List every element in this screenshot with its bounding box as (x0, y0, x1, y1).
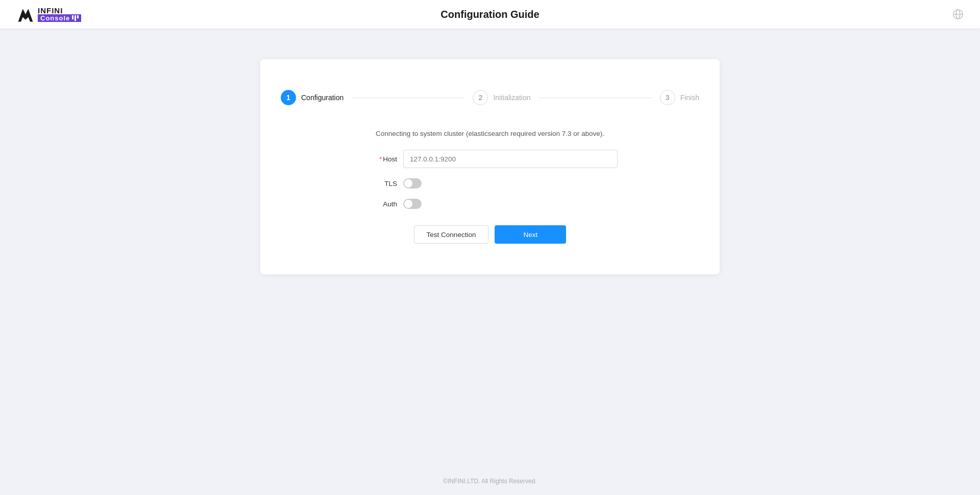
auth-label: Auth (362, 200, 403, 208)
step-1-circle: 1 (281, 90, 296, 105)
tls-row: TLS (362, 178, 618, 188)
tls-toggle[interactable] (403, 178, 422, 188)
tls-slider (403, 178, 422, 188)
footer-copyright: ©INFINI.LTD. All Rights Reserved. (443, 478, 536, 485)
tls-label: TLS (362, 180, 403, 187)
auth-row: Auth (362, 199, 618, 209)
next-button[interactable]: Next (495, 225, 566, 244)
required-star: * (379, 155, 382, 163)
step-2-label: Initialization (493, 93, 530, 102)
step-3: 3 Finish (660, 90, 699, 105)
logo-text: INFINI Console (38, 7, 81, 22)
host-label: *Host (362, 155, 403, 163)
auth-slider (403, 199, 422, 209)
step-1-label: Configuration (301, 93, 344, 102)
host-input[interactable] (403, 150, 618, 168)
auth-toggle[interactable] (403, 199, 422, 209)
button-row: Test Connection Next (362, 225, 618, 244)
step-2: 2 Initialization (473, 90, 530, 105)
steps-bar: 1 Configuration 2 Initialization 3 Finis… (281, 90, 699, 105)
step-3-label: Finish (680, 93, 699, 102)
form-area: Connecting to system cluster (elasticsea… (362, 130, 618, 244)
logo: INFINI Console (16, 5, 81, 23)
step-3-circle: 3 (660, 90, 675, 105)
header: INFINI Console Configuration Guide (0, 0, 980, 29)
logo-infini-label: INFINI (38, 7, 81, 14)
logo-icon (16, 5, 35, 23)
config-card: 1 Configuration 2 Initialization 3 Finis… (260, 59, 720, 274)
logo-console-label: Console (38, 14, 81, 22)
step-line-1 (352, 98, 464, 98)
test-connection-button[interactable]: Test Connection (414, 225, 489, 244)
tls-toggle-wrapper (403, 178, 422, 188)
step-2-circle: 2 (473, 90, 488, 105)
logo-bars (72, 15, 79, 21)
header-right (952, 9, 964, 20)
main-content: 1 Configuration 2 Initialization 3 Finis… (0, 29, 980, 467)
host-row: *Host (362, 150, 618, 168)
page-title: Configuration Guide (440, 9, 539, 20)
auth-toggle-wrapper (403, 199, 422, 209)
step-1: 1 Configuration (281, 90, 344, 105)
globe-icon[interactable] (952, 9, 964, 20)
form-description: Connecting to system cluster (elasticsea… (362, 130, 618, 137)
footer: ©INFINI.LTD. All Rights Reserved. (0, 467, 980, 495)
step-line-2 (539, 98, 652, 98)
